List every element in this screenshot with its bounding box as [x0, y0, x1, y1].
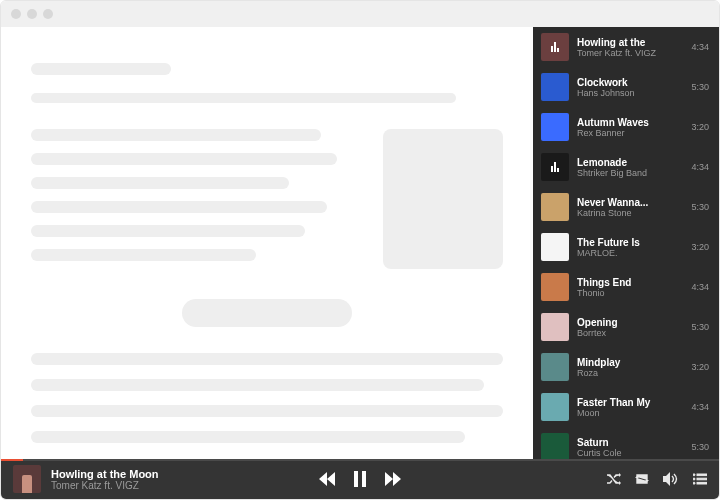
track-art	[541, 393, 569, 421]
track-artist: Borrtex	[577, 328, 683, 338]
now-playing-meta: Howling at the Moon Tomer Katz ft. VIGZ	[51, 468, 159, 491]
svg-point-6	[693, 478, 695, 480]
track-meta: Autumn WavesRex Banner	[577, 117, 683, 138]
window-minimize-dot[interactable]	[27, 9, 37, 19]
track-meta: MindplayRoza	[577, 357, 683, 378]
equalizer-icon	[551, 162, 559, 172]
progress-track[interactable]	[1, 459, 719, 461]
playlist-track[interactable]: MindplayRoza3:20	[533, 347, 719, 387]
track-meta: SaturnCurtis Cole	[577, 437, 683, 458]
track-artist: MARLOE.	[577, 248, 683, 258]
now-playing-artist: Tomer Katz ft. VIGZ	[51, 480, 159, 491]
playlist-track[interactable]: SaturnCurtis Cole5:30	[533, 427, 719, 459]
track-artist: Rex Banner	[577, 128, 683, 138]
volume-button[interactable]	[663, 472, 679, 486]
track-duration: 5:30	[691, 202, 709, 212]
track-meta: Never Wanna...Katrina Stone	[577, 197, 683, 218]
track-meta: Howling at theTomer Katz ft. VIGZ	[577, 37, 683, 58]
track-meta: Things EndThonio	[577, 277, 683, 298]
track-title: Never Wanna...	[577, 197, 683, 208]
track-art	[541, 353, 569, 381]
playlist-track[interactable]: Faster Than MyMoon4:34	[533, 387, 719, 427]
app-window: Howling at theTomer Katz ft. VIGZ4:34Clo…	[0, 0, 720, 500]
track-duration: 4:34	[691, 402, 709, 412]
shuffle-button[interactable]	[607, 473, 621, 485]
track-duration: 4:34	[691, 162, 709, 172]
svg-point-5	[693, 474, 695, 476]
svg-rect-3	[697, 478, 707, 480]
next-button[interactable]	[385, 472, 401, 486]
track-duration: 4:34	[691, 282, 709, 292]
pause-button[interactable]	[353, 471, 367, 487]
skeleton-line	[31, 405, 503, 417]
track-duration: 3:20	[691, 362, 709, 372]
repeat-button[interactable]	[635, 473, 649, 485]
track-artist: Moon	[577, 408, 683, 418]
skeleton-line	[31, 63, 171, 75]
track-art	[541, 273, 569, 301]
playlist-track[interactable]: Never Wanna...Katrina Stone5:30	[533, 187, 719, 227]
track-artist: Curtis Cole	[577, 448, 683, 458]
track-art	[541, 433, 569, 459]
playlist-track[interactable]: Howling at theTomer Katz ft. VIGZ4:34	[533, 27, 719, 67]
equalizer-icon	[551, 42, 559, 52]
playlist-track[interactable]: Things EndThonio4:34	[533, 267, 719, 307]
svg-point-7	[693, 482, 695, 484]
track-duration: 5:30	[691, 322, 709, 332]
playlist-track[interactable]: Autumn WavesRex Banner3:20	[533, 107, 719, 147]
queue-button[interactable]	[693, 473, 707, 485]
track-meta: Faster Than MyMoon	[577, 397, 683, 418]
track-artist: Roza	[577, 368, 683, 378]
track-artist: Thonio	[577, 288, 683, 298]
skeleton-line	[31, 379, 484, 391]
window-zoom-dot[interactable]	[43, 9, 53, 19]
playlist-track[interactable]: OpeningBorrtex5:30	[533, 307, 719, 347]
track-title: Lemonade	[577, 157, 683, 168]
skeleton-box	[383, 129, 503, 269]
track-title: Opening	[577, 317, 683, 328]
track-title: Howling at the	[577, 37, 683, 48]
track-duration: 3:20	[691, 122, 709, 132]
track-meta: LemonadeShtriker Big Band	[577, 157, 683, 178]
track-title: Things End	[577, 277, 683, 288]
playlist-track-list[interactable]: Howling at theTomer Katz ft. VIGZ4:34Clo…	[533, 27, 719, 459]
svg-rect-1	[362, 471, 366, 487]
track-art	[541, 153, 569, 181]
skeleton-line	[31, 153, 337, 165]
track-meta: ClockworkHans Johnson	[577, 77, 683, 98]
main-skeleton-area	[1, 27, 533, 459]
skeleton-line	[31, 249, 256, 261]
content-area: Howling at theTomer Katz ft. VIGZ4:34Clo…	[1, 27, 719, 459]
track-title: The Future Is	[577, 237, 683, 248]
skeleton-line	[31, 225, 305, 237]
playlist-track[interactable]: LemonadeShtriker Big Band4:34	[533, 147, 719, 187]
svg-rect-2	[697, 474, 707, 476]
track-art	[541, 193, 569, 221]
playback-controls	[319, 471, 401, 487]
track-art	[541, 313, 569, 341]
player-bar: Howling at the Moon Tomer Katz ft. VIGZ	[1, 459, 719, 499]
track-title: Mindplay	[577, 357, 683, 368]
track-art	[541, 113, 569, 141]
previous-button[interactable]	[319, 472, 335, 486]
playlist-track[interactable]: ClockworkHans Johnson5:30	[533, 67, 719, 107]
track-duration: 3:20	[691, 242, 709, 252]
track-artist: Hans Johnson	[577, 88, 683, 98]
track-duration: 5:30	[691, 442, 709, 452]
track-art	[541, 33, 569, 61]
now-playing-art	[13, 465, 41, 493]
skeleton-line	[31, 93, 456, 103]
skeleton-line	[31, 201, 327, 213]
track-duration: 4:34	[691, 42, 709, 52]
playlist-track[interactable]: The Future IsMARLOE.3:20	[533, 227, 719, 267]
track-meta: The Future IsMARLOE.	[577, 237, 683, 258]
track-artist: Shtriker Big Band	[577, 168, 683, 178]
playlist-sidebar: Howling at theTomer Katz ft. VIGZ4:34Clo…	[533, 27, 719, 459]
skeleton-line	[31, 353, 503, 365]
skeleton-line	[31, 431, 465, 443]
track-art	[541, 233, 569, 261]
window-close-dot[interactable]	[11, 9, 21, 19]
secondary-controls	[607, 472, 707, 486]
track-title: Autumn Waves	[577, 117, 683, 128]
now-playing-title: Howling at the Moon	[51, 468, 159, 480]
